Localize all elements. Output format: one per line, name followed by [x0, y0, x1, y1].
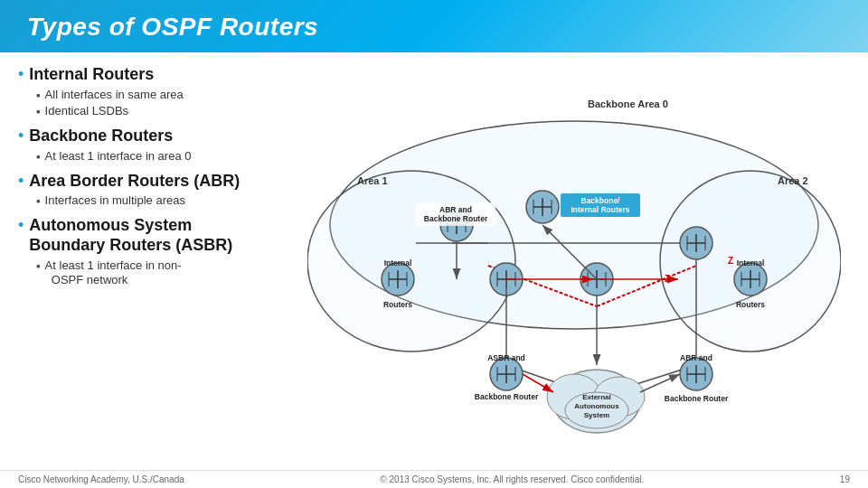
svg-text:Backbone/: Backbone/	[581, 196, 621, 205]
bullet-dot: •	[18, 65, 24, 85]
sub-bullets-abr: ▪ Interfaces in multiple areas	[36, 193, 289, 209]
bullet-backbone: • Backbone Routers ▪ At least 1 interfac…	[18, 127, 289, 165]
sub-dash: ▪	[36, 259, 41, 273]
bullet-dot: •	[18, 127, 24, 146]
footer: Cisco Networking Academy, U.S./Canada © …	[0, 470, 868, 488]
sub-bullet: ▪ At least 1 interface in area 0	[36, 149, 289, 164]
right-panel: Backbone Area 0 Area 1 Area 2	[298, 61, 850, 461]
sub-bullet: ▪ All interfaces in same area	[36, 88, 289, 103]
svg-text:Internal: Internal	[384, 258, 412, 267]
svg-text:Routers: Routers	[736, 300, 765, 309]
abr-sub1: Interfaces in multiple areas	[45, 193, 185, 209]
svg-text:Routers: Routers	[383, 300, 412, 309]
sub-dash: ▪	[36, 194, 41, 208]
internal-sub2: Identical LSDBs	[45, 104, 129, 119]
footer-left: Cisco Networking Academy, U.S./Canada	[18, 474, 184, 484]
footer-center: © 2013 Cisco Systems, Inc. All rights re…	[380, 474, 644, 484]
svg-text:ASBR and: ASBR and	[487, 353, 525, 362]
main-bullet-abr: • Area Border Routers (ABR)	[18, 172, 289, 192]
sub-bullets-backbone: ▪ At least 1 interface in area 0	[36, 149, 289, 164]
bullet-asbr: • Autonomous SystemBoundary Routers (ASB…	[18, 216, 289, 290]
sub-bullet: ▪ Identical LSDBs	[36, 104, 289, 119]
bullet-dot: •	[18, 216, 24, 236]
bullet-internal: • Internal Routers ▪ All interfaces in s…	[18, 65, 289, 121]
main-bullet-asbr: • Autonomous SystemBoundary Routers (ASB…	[18, 216, 289, 255]
main-bullet-backbone: • Backbone Routers	[18, 127, 289, 146]
svg-text:Z: Z	[728, 256, 733, 266]
left-panel: • Internal Routers ▪ All interfaces in s…	[18, 61, 298, 461]
internal-routers-label: Internal Routers	[29, 65, 154, 85]
abr-label: Area Border Routers (ABR)	[29, 172, 240, 192]
svg-text:Backbone Area 0: Backbone Area 0	[588, 99, 668, 109]
svg-text:Area 1: Area 1	[357, 175, 388, 186]
ospf-diagram: Backbone Area 0 Area 1 Area 2	[307, 85, 841, 437]
title-text: Types of OSPF Routers	[27, 13, 318, 41]
content-area: • Internal Routers ▪ All interfaces in s…	[0, 52, 868, 470]
sub-bullet: ▪ At least 1 interface in non- OSPF netw…	[36, 258, 289, 289]
svg-text:System: System	[584, 411, 609, 419]
svg-text:Z: Z	[665, 274, 670, 284]
sub-dash: ▪	[36, 89, 41, 102]
internal-sub1: All interfaces in same area	[45, 88, 184, 103]
backbone-sub1: At least 1 interface in area 0	[45, 149, 192, 164]
svg-text:Backbone Router: Backbone Router	[424, 214, 488, 223]
svg-text:Internal Routers: Internal Routers	[571, 205, 629, 214]
asbr-sub1: At least 1 interface in non- OSPF networ…	[45, 258, 182, 289]
sub-bullets-internal: ▪ All interfaces in same area ▪ Identica…	[36, 88, 289, 120]
svg-text:Autonomous: Autonomous	[574, 402, 619, 410]
svg-text:Internal: Internal	[737, 258, 765, 267]
sub-bullet: ▪ Interfaces in multiple areas	[36, 193, 289, 209]
slide: Types of OSPF Routers • Internal Routers…	[0, 0, 868, 488]
svg-text:ABR and: ABR and	[439, 205, 472, 214]
svg-text:Backbone Router: Backbone Router	[665, 394, 729, 403]
slide-title: Types of OSPF Routers	[0, 0, 868, 52]
sub-dash: ▪	[36, 150, 41, 164]
svg-text:Backbone Router: Backbone Router	[475, 392, 539, 401]
bullet-dot: •	[18, 172, 24, 192]
main-bullet-internal: • Internal Routers	[18, 65, 289, 85]
asbr-label: Autonomous SystemBoundary Routers (ASBR)	[29, 216, 232, 255]
svg-text:Area 2: Area 2	[778, 175, 808, 186]
sub-bullets-asbr: ▪ At least 1 interface in non- OSPF netw…	[36, 258, 289, 289]
sub-dash: ▪	[36, 105, 41, 118]
bullet-abr: • Area Border Routers (ABR) ▪ Interfaces…	[18, 172, 289, 211]
footer-right: 19	[840, 474, 850, 484]
backbone-routers-label: Backbone Routers	[29, 127, 173, 146]
svg-text:External: External	[582, 393, 611, 401]
